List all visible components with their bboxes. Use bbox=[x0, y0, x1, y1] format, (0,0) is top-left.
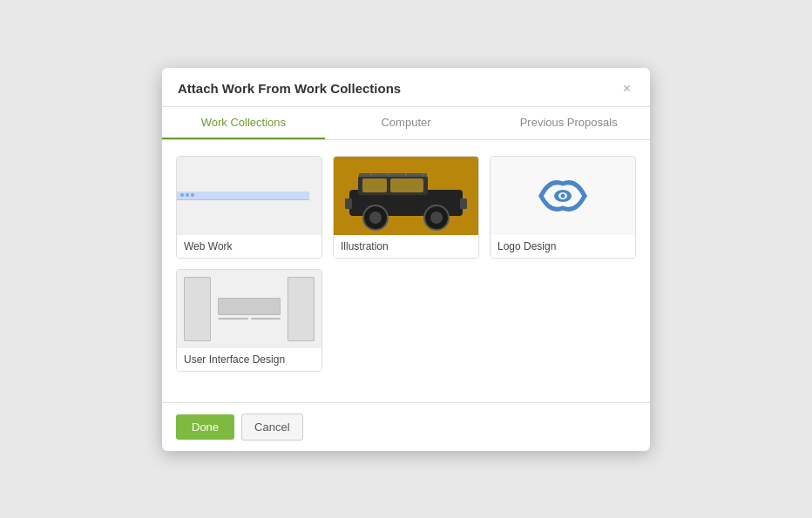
card-label-web-work: Web Work bbox=[177, 235, 321, 258]
modal-footer: Done Cancel bbox=[162, 402, 650, 451]
thumb-illustration bbox=[334, 157, 478, 235]
done-button[interactable]: Done bbox=[176, 414, 234, 440]
thumb-logo-design bbox=[491, 157, 635, 235]
modal-title: Attach Work From Work Collections bbox=[178, 81, 401, 96]
ui-col-right bbox=[251, 318, 281, 320]
svg-rect-3 bbox=[390, 178, 423, 192]
modal-dialog: Attach Work From Work Collections × Work… bbox=[162, 68, 650, 451]
thumb-web-work bbox=[177, 157, 321, 235]
svg-point-17 bbox=[561, 194, 565, 198]
ui-panel-main bbox=[214, 294, 284, 323]
cards-grid: Web Work bbox=[176, 156, 636, 372]
close-button[interactable]: × bbox=[619, 80, 634, 98]
card-label-ui-design: User Interface Design bbox=[177, 348, 321, 371]
tab-previous-proposals[interactable]: Previous Proposals bbox=[487, 107, 650, 139]
modal-overlay: Attach Work From Work Collections × Work… bbox=[0, 0, 812, 518]
card-logo-design[interactable]: Logo Design bbox=[490, 156, 636, 259]
modal-header: Attach Work From Work Collections × bbox=[162, 68, 650, 107]
ui-col-left bbox=[218, 318, 248, 320]
modal-body: Web Work bbox=[162, 140, 650, 402]
cancel-button[interactable]: Cancel bbox=[241, 414, 302, 441]
svg-rect-2 bbox=[362, 178, 387, 192]
svg-rect-9 bbox=[460, 198, 467, 209]
svg-rect-8 bbox=[345, 198, 352, 209]
card-label-logo-design: Logo Design bbox=[491, 235, 635, 258]
ui-panel-top bbox=[218, 298, 281, 315]
svg-point-7 bbox=[430, 212, 443, 224]
card-label-illustration: Illustration bbox=[334, 235, 478, 258]
thumb-ui-design bbox=[177, 270, 321, 348]
tab-computer[interactable]: Computer bbox=[325, 107, 488, 139]
card-web-work[interactable]: Web Work bbox=[176, 156, 322, 259]
svg-point-5 bbox=[369, 212, 382, 224]
card-ui-design[interactable]: User Interface Design bbox=[176, 269, 322, 372]
ui-panel-right bbox=[288, 277, 315, 341]
card-illustration[interactable]: Illustration bbox=[333, 156, 479, 259]
ui-panel-bottom bbox=[218, 318, 281, 320]
svg-rect-10 bbox=[359, 173, 427, 177]
tab-work-collections[interactable]: Work Collections bbox=[162, 107, 325, 139]
tabs-container: Work Collections Computer Previous Propo… bbox=[162, 107, 650, 140]
ui-panel-left bbox=[184, 277, 211, 341]
